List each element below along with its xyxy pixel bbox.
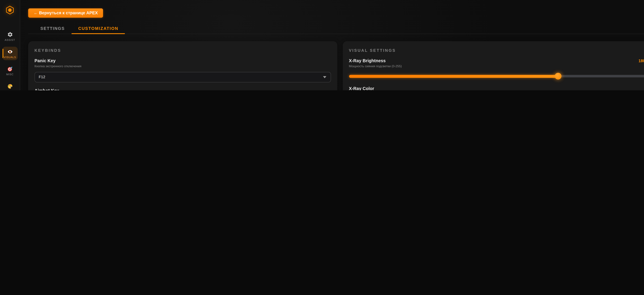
xray-brightness-thumb[interactable]	[554, 73, 561, 80]
panic-key-select[interactable]: F12	[34, 72, 331, 82]
field-label: X-Ray Brightness	[349, 58, 386, 63]
field-hint: Мощность сияния подсветки (0-255)	[349, 64, 644, 68]
sidebar-item-label: MISC	[6, 73, 14, 76]
eye-icon	[7, 49, 13, 55]
gear-icon	[7, 32, 13, 38]
main-content: ← Вернуться к странице APEX SETTINGS CUS…	[20, 0, 644, 90]
sidebar: ASSIST VISUALS	[0, 0, 20, 90]
xray-color-field: X-Ray Color Цвет подсветки вражеских пер…	[349, 86, 644, 90]
field-label: Aimbot Key	[34, 88, 331, 90]
sidebar-item-visuals[interactable]: VISUALS	[2, 47, 18, 60]
chevron-down-icon	[323, 76, 326, 78]
sidebar-nav: ASSIST VISUALS	[2, 30, 18, 90]
visual-settings-panel: VISUAL SETTINGS X-Ray Brightness 180 Мощ…	[342, 41, 644, 90]
field-label: Panic Key	[34, 58, 331, 63]
xray-brightness-value: 180	[638, 58, 644, 63]
xray-brightness-slider[interactable]	[349, 73, 644, 80]
keybinds-panel: KEYBINDS Panic Key Кнопка экстренного от…	[28, 41, 337, 90]
field-hint: Кнопка экстренного отключения	[34, 64, 331, 68]
palette-icon	[7, 83, 13, 89]
panic-key-field: Panic Key Кнопка экстренного отключения …	[34, 58, 331, 82]
panels-row: KEYBINDS Panic Key Кнопка экстренного от…	[28, 41, 644, 90]
back-to-apex-button[interactable]: ← Вернуться к странице APEX	[28, 8, 103, 18]
sidebar-item-label: ASSIST	[5, 38, 15, 41]
tab-bar: SETTINGS CUSTOMIZATION	[28, 23, 644, 34]
xray-brightness-fill	[349, 75, 558, 78]
keybinds-title: KEYBINDS	[34, 48, 331, 52]
select-value: F12	[39, 75, 45, 79]
sidebar-item-colors[interactable]: COLORS	[2, 81, 18, 90]
xray-brightness-field: X-Ray Brightness 180 Мощность сияния под…	[349, 58, 644, 80]
app-window: ASSIST VISUALS	[0, 0, 644, 90]
visual-settings-title: VISUAL SETTINGS	[349, 48, 644, 52]
sidebar-item-assist[interactable]: ASSIST	[2, 30, 18, 43]
sidebar-item-label: COLORS	[4, 90, 16, 90]
hexagon-logo-icon	[6, 6, 14, 16]
sidebar-item-misc[interactable]: MISC	[2, 64, 18, 77]
target-icon	[7, 66, 13, 72]
tab-settings[interactable]: SETTINGS	[34, 23, 72, 34]
aimbot-key-field: Aimbot Key Кнопка активации Aimbot MOUSE…	[34, 88, 331, 90]
sidebar-item-label: VISUALS	[4, 56, 16, 58]
field-label: X-Ray Color	[349, 86, 644, 90]
tab-customization[interactable]: CUSTOMIZATION	[72, 23, 125, 34]
